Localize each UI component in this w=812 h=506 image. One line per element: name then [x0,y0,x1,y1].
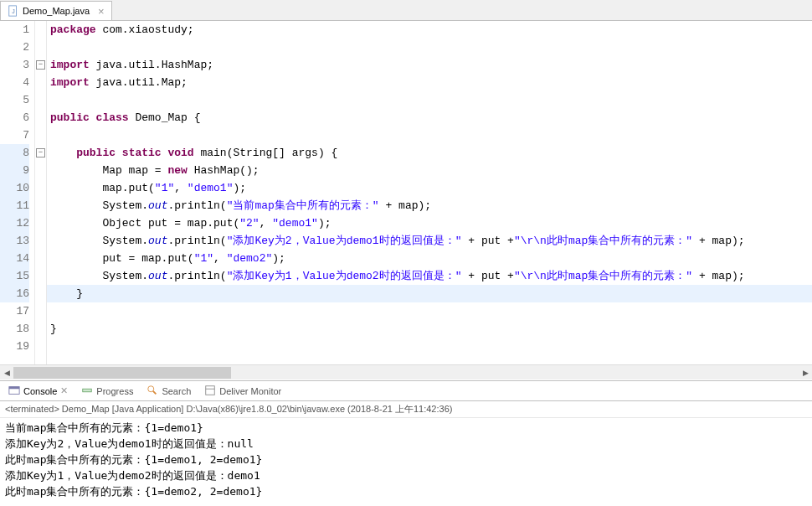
console-output-line: 当前map集合中所有的元素：{1=demo1} [5,420,807,436]
console-tab-deliver-monitor[interactable]: Deliver Monitor [199,383,286,400]
code-line[interactable]: Object put = map.put("2", "demo1"); [50,214,812,232]
java-file-icon: J [8,5,19,17]
scroll-left-arrow[interactable]: ◀ [0,365,13,380]
line-number: 9 [0,162,29,179]
code-line[interactable]: Map map = new HashMap(); [50,162,812,179]
code-line[interactable]: System.out.println("添加Key为2，Value为demo1时… [50,232,812,250]
code-line[interactable]: System.out.println("当前map集合中所有的元素：" + ma… [50,197,812,214]
line-number: 13 [0,232,29,250]
fold-toggle[interactable]: − [36,60,45,70]
deliver-monitor-icon [204,385,216,398]
code-line[interactable]: import java.util.HashMap; [50,56,812,74]
code-line[interactable]: } [50,320,812,338]
console-header: <terminated> Demo_Map [Java Application]… [0,401,812,418]
fold-strip: −− [35,21,47,364]
line-number: 3 [0,56,29,74]
code-line[interactable]: System.out.println("添加Key为1，Value为demo2时… [50,267,812,285]
line-number: 14 [0,250,29,267]
svg-rect-4 [83,389,92,392]
svg-line-6 [153,390,157,394]
line-number: 2 [0,39,29,56]
progress-icon [81,385,93,398]
line-number: 18 [0,320,29,338]
code-line[interactable]: import java.util.Map; [50,74,812,91]
code-line[interactable]: package com.xiaostudy; [50,21,812,39]
close-icon[interactable]: ✕ [60,385,68,396]
line-number: 15 [0,267,29,285]
line-number: 7 [0,126,29,144]
line-number: 4 [0,74,29,91]
line-number: 17 [0,302,29,320]
console-output-line: 此时map集合中所有的元素：{1=demo2, 2=demo1} [5,483,807,499]
scrollbar-thumb[interactable] [13,367,231,379]
svg-point-5 [148,385,154,391]
console-tab-label: Console [23,386,57,396]
svg-rect-3 [9,386,19,389]
editor-tab[interactable]: J Demo_Map.java × [0,1,112,20]
svg-rect-7 [206,385,215,395]
editor-pane: J Demo_Map.java × 1234567891011121314151… [0,0,812,381]
console-tab-bar: Console ✕ProgressSearchDeliver Monitor [0,381,812,401]
line-number: 16 [0,285,29,302]
code-line[interactable] [50,91,812,109]
code-area[interactable]: 12345678910111213141516171819 −− package… [0,21,812,364]
console-tab-progress[interactable]: Progress [76,383,138,400]
code-line[interactable]: public class Demo_Map { [50,109,812,126]
line-number: 5 [0,91,29,109]
line-number: 8 [0,144,29,162]
code-line[interactable]: public static void main(String[] args) { [50,144,812,162]
horizontal-scrollbar[interactable]: ◀ ▶ [0,364,812,380]
line-number: 19 [0,338,29,355]
console-output-line: 此时map集合中所有的元素：{1=demo1, 2=demo1} [5,452,807,467]
code-line[interactable] [50,302,812,320]
code-line[interactable] [50,338,812,355]
line-number: 11 [0,197,29,214]
console-tab-label: Search [162,386,191,396]
console-tab-label: Progress [96,386,133,396]
console-tab-search[interactable]: Search [141,383,196,400]
code-content[interactable]: package com.xiaostudy;import java.util.H… [47,21,812,364]
line-number: 10 [0,179,29,197]
console-pane: Console ✕ProgressSearchDeliver Monitor <… [0,381,812,506]
line-number: 6 [0,109,29,126]
editor-tab-label: Demo_Map.java [23,6,90,16]
search-icon [146,385,158,398]
code-line[interactable] [50,126,812,144]
console-output-line: 添加Key为2，Value为demo1时的返回值是：null [5,436,807,452]
svg-text:J: J [12,8,15,14]
line-gutter: 12345678910111213141516171819 [0,21,35,364]
console-tab-label: Deliver Monitor [219,386,281,396]
code-line[interactable]: } [50,285,812,302]
console-icon [8,385,20,398]
line-number: 12 [0,214,29,232]
code-line[interactable] [50,39,812,56]
close-icon[interactable]: × [98,5,105,18]
console-output-line: 添加Key为1，Value为demo2时的返回值是：demo1 [5,467,807,483]
console-output[interactable]: 当前map集合中所有的元素：{1=demo1}添加Key为2，Value为dem… [0,418,812,501]
fold-toggle[interactable]: − [36,148,45,157]
editor-tab-bar: J Demo_Map.java × [0,0,812,21]
console-tab-console[interactable]: Console ✕ [3,383,73,400]
line-number: 1 [0,21,29,39]
scroll-right-arrow[interactable]: ▶ [799,365,812,380]
code-line[interactable]: put = map.put("1", "demo2"); [50,250,812,267]
code-line[interactable]: map.put("1", "demo1"); [50,179,812,197]
